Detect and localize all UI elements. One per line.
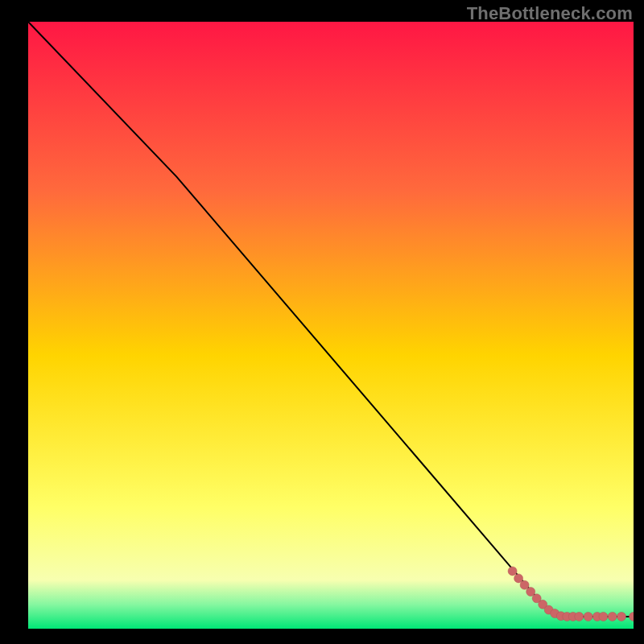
data-point bbox=[617, 612, 626, 621]
watermark-label: TheBottleneck.com bbox=[467, 3, 633, 24]
data-point bbox=[575, 612, 584, 621]
gradient-background bbox=[28, 22, 634, 629]
data-point bbox=[514, 574, 523, 583]
plot-area bbox=[28, 22, 634, 629]
data-point bbox=[526, 588, 535, 597]
chart-frame: TheBottleneck.com bbox=[0, 0, 644, 644]
chart-svg bbox=[28, 22, 634, 629]
data-point bbox=[599, 612, 608, 621]
data-point bbox=[608, 612, 617, 621]
data-point bbox=[508, 567, 517, 576]
data-point bbox=[584, 612, 592, 621]
data-point bbox=[520, 580, 529, 589]
